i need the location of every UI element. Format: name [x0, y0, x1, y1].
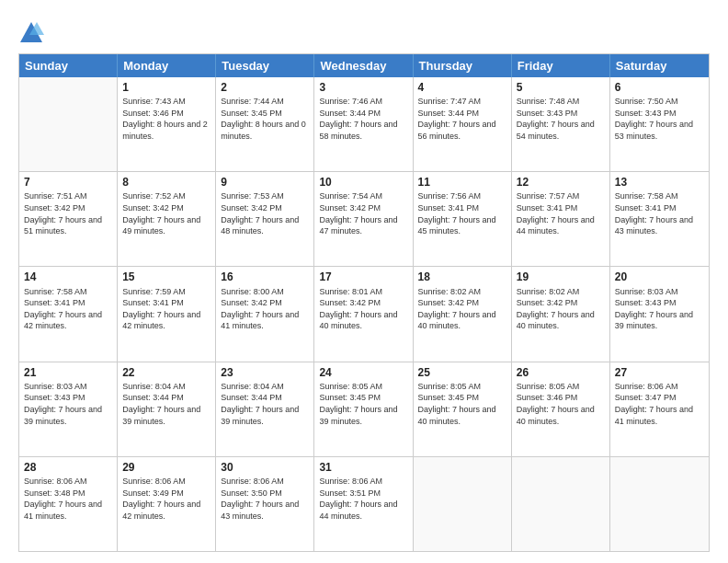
logo-icon [18, 20, 44, 46]
cell-info: Sunrise: 7:48 AMSunset: 3:43 PMDaylight:… [517, 96, 605, 142]
empty-cell [19, 77, 118, 171]
cell-info: Sunrise: 7:58 AMSunset: 3:41 PMDaylight:… [615, 190, 704, 236]
page: SundayMondayTuesdayWednesdayThursdayFrid… [0, 0, 728, 563]
cell-info: Sunrise: 7:51 AMSunset: 3:42 PMDaylight:… [24, 190, 112, 236]
cell-info: Sunrise: 7:43 AMSunset: 3:46 PMDaylight:… [122, 96, 210, 142]
cell-info: Sunrise: 8:05 AMSunset: 3:46 PMDaylight:… [517, 381, 605, 427]
calendar: SundayMondayTuesdayWednesdayThursdayFrid… [18, 53, 710, 552]
cell-info: Sunrise: 8:03 AMSunset: 3:43 PMDaylight:… [615, 286, 704, 332]
cell-info: Sunrise: 7:59 AMSunset: 3:41 PMDaylight:… [122, 286, 210, 332]
day-cell-1: 1Sunrise: 7:43 AMSunset: 3:46 PMDaylight… [118, 77, 216, 171]
day-number: 6 [615, 80, 704, 95]
calendar-row-1: 1Sunrise: 7:43 AMSunset: 3:46 PMDaylight… [19, 77, 709, 171]
day-number: 29 [122, 460, 210, 475]
day-number: 27 [615, 365, 704, 380]
day-number: 7 [24, 175, 112, 190]
empty-cell [512, 457, 610, 551]
cell-info: Sunrise: 7:56 AMSunset: 3:41 PMDaylight:… [418, 190, 506, 236]
day-number: 21 [24, 365, 112, 380]
day-cell-23: 23Sunrise: 8:04 AMSunset: 3:44 PMDayligh… [216, 362, 314, 456]
day-number: 25 [418, 365, 506, 380]
day-number: 10 [319, 175, 407, 190]
cell-info: Sunrise: 8:00 AMSunset: 3:42 PMDaylight:… [221, 286, 309, 332]
day-number: 5 [517, 80, 605, 95]
day-cell-13: 13Sunrise: 7:58 AMSunset: 3:41 PMDayligh… [610, 172, 709, 266]
day-cell-20: 20Sunrise: 8:03 AMSunset: 3:43 PMDayligh… [610, 267, 709, 361]
day-cell-30: 30Sunrise: 8:06 AMSunset: 3:50 PMDayligh… [216, 457, 314, 551]
day-cell-4: 4Sunrise: 7:47 AMSunset: 3:44 PMDaylight… [414, 77, 512, 171]
cell-info: Sunrise: 7:58 AMSunset: 3:41 PMDaylight:… [24, 286, 112, 332]
cell-info: Sunrise: 8:05 AMSunset: 3:45 PMDaylight:… [319, 381, 407, 427]
day-cell-29: 29Sunrise: 8:06 AMSunset: 3:49 PMDayligh… [118, 457, 216, 551]
day-cell-5: 5Sunrise: 7:48 AMSunset: 3:43 PMDaylight… [512, 77, 610, 171]
cell-info: Sunrise: 8:04 AMSunset: 3:44 PMDaylight:… [221, 381, 309, 427]
day-cell-12: 12Sunrise: 7:57 AMSunset: 3:41 PMDayligh… [512, 172, 610, 266]
day-cell-31: 31Sunrise: 8:06 AMSunset: 3:51 PMDayligh… [314, 457, 413, 551]
calendar-body: 1Sunrise: 7:43 AMSunset: 3:46 PMDaylight… [19, 77, 709, 551]
day-number: 15 [122, 270, 210, 284]
cell-info: Sunrise: 7:52 AMSunset: 3:42 PMDaylight:… [122, 190, 210, 236]
day-cell-26: 26Sunrise: 8:05 AMSunset: 3:46 PMDayligh… [512, 362, 610, 456]
empty-cell [610, 457, 709, 551]
empty-cell [414, 457, 512, 551]
day-cell-21: 21Sunrise: 8:03 AMSunset: 3:43 PMDayligh… [19, 362, 118, 456]
cell-info: Sunrise: 7:50 AMSunset: 3:43 PMDaylight:… [615, 96, 704, 142]
day-number: 2 [221, 80, 309, 95]
day-number: 11 [418, 175, 506, 190]
day-number: 23 [221, 365, 309, 380]
header-day-thursday: Thursday [414, 54, 512, 77]
header-day-saturday: Saturday [610, 54, 709, 77]
header-day-wednesday: Wednesday [314, 54, 413, 77]
logo [18, 20, 47, 46]
day-number: 18 [418, 270, 506, 284]
day-number: 20 [615, 270, 704, 284]
header-day-friday: Friday [512, 54, 610, 77]
calendar-row-2: 7Sunrise: 7:51 AMSunset: 3:42 PMDaylight… [19, 171, 709, 266]
cell-info: Sunrise: 8:05 AMSunset: 3:45 PMDaylight:… [418, 381, 506, 427]
calendar-row-5: 28Sunrise: 8:06 AMSunset: 3:48 PMDayligh… [19, 456, 709, 551]
day-cell-3: 3Sunrise: 7:46 AMSunset: 3:44 PMDaylight… [314, 77, 413, 171]
day-number: 3 [319, 80, 407, 95]
day-number: 22 [122, 365, 210, 380]
day-cell-8: 8Sunrise: 7:52 AMSunset: 3:42 PMDaylight… [118, 172, 216, 266]
cell-info: Sunrise: 7:53 AMSunset: 3:42 PMDaylight:… [221, 190, 309, 236]
day-number: 19 [517, 270, 605, 284]
cell-info: Sunrise: 8:02 AMSunset: 3:42 PMDaylight:… [517, 286, 605, 332]
calendar-row-3: 14Sunrise: 7:58 AMSunset: 3:41 PMDayligh… [19, 266, 709, 361]
cell-info: Sunrise: 8:01 AMSunset: 3:42 PMDaylight:… [319, 286, 407, 332]
day-number: 28 [24, 460, 112, 475]
day-cell-10: 10Sunrise: 7:54 AMSunset: 3:42 PMDayligh… [314, 172, 413, 266]
day-cell-19: 19Sunrise: 8:02 AMSunset: 3:42 PMDayligh… [512, 267, 610, 361]
day-number: 26 [517, 365, 605, 380]
cell-info: Sunrise: 8:02 AMSunset: 3:42 PMDaylight:… [418, 286, 506, 332]
cell-info: Sunrise: 7:44 AMSunset: 3:45 PMDaylight:… [221, 96, 309, 142]
day-number: 12 [517, 175, 605, 190]
cell-info: Sunrise: 7:47 AMSunset: 3:44 PMDaylight:… [418, 96, 506, 142]
day-number: 4 [418, 80, 506, 95]
calendar-row-4: 21Sunrise: 8:03 AMSunset: 3:43 PMDayligh… [19, 362, 709, 456]
cell-info: Sunrise: 8:06 AMSunset: 3:48 PMDaylight:… [24, 476, 112, 522]
cell-info: Sunrise: 8:06 AMSunset: 3:47 PMDaylight:… [615, 381, 704, 427]
day-cell-16: 16Sunrise: 8:00 AMSunset: 3:42 PMDayligh… [216, 267, 314, 361]
day-number: 9 [221, 175, 309, 190]
day-number: 17 [319, 270, 407, 284]
calendar-header: SundayMondayTuesdayWednesdayThursdayFrid… [19, 54, 709, 77]
day-number: 16 [221, 270, 309, 284]
day-cell-14: 14Sunrise: 7:58 AMSunset: 3:41 PMDayligh… [19, 267, 118, 361]
cell-info: Sunrise: 8:06 AMSunset: 3:51 PMDaylight:… [319, 476, 407, 522]
cell-info: Sunrise: 7:46 AMSunset: 3:44 PMDaylight:… [319, 96, 407, 142]
cell-info: Sunrise: 8:04 AMSunset: 3:44 PMDaylight:… [122, 381, 210, 427]
day-cell-9: 9Sunrise: 7:53 AMSunset: 3:42 PMDaylight… [216, 172, 314, 266]
cell-info: Sunrise: 7:54 AMSunset: 3:42 PMDaylight:… [319, 190, 407, 236]
day-cell-18: 18Sunrise: 8:02 AMSunset: 3:42 PMDayligh… [414, 267, 512, 361]
day-cell-24: 24Sunrise: 8:05 AMSunset: 3:45 PMDayligh… [314, 362, 413, 456]
day-number: 24 [319, 365, 407, 380]
day-number: 13 [615, 175, 704, 190]
header-day-monday: Monday [118, 54, 216, 77]
day-cell-15: 15Sunrise: 7:59 AMSunset: 3:41 PMDayligh… [118, 267, 216, 361]
day-cell-27: 27Sunrise: 8:06 AMSunset: 3:47 PMDayligh… [610, 362, 709, 456]
day-cell-11: 11Sunrise: 7:56 AMSunset: 3:41 PMDayligh… [414, 172, 512, 266]
day-cell-17: 17Sunrise: 8:01 AMSunset: 3:42 PMDayligh… [314, 267, 413, 361]
day-number: 30 [221, 460, 309, 475]
day-number: 8 [122, 175, 210, 190]
